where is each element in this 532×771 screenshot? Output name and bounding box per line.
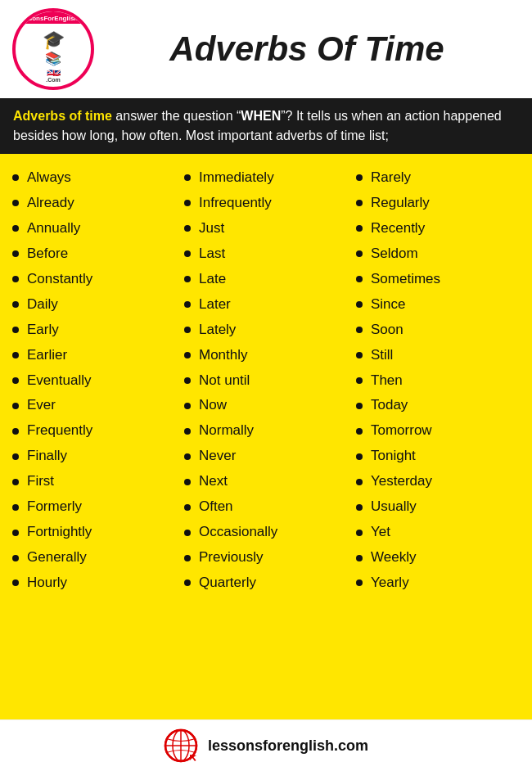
- list-item: Normally: [184, 418, 348, 444]
- list-item: Immediately: [184, 165, 348, 191]
- list-item: Formerly: [12, 494, 176, 520]
- list-item: Rarely: [356, 165, 520, 191]
- bullet-icon: [184, 428, 191, 435]
- word-text: Immediately: [199, 169, 274, 187]
- bullet-icon: [184, 530, 191, 536]
- bullet-icon: [356, 504, 363, 511]
- logo-inner: 🎓 📚 🇬🇧: [43, 29, 65, 81]
- header-section: LessonsForEnglish.Com 🎓 📚 🇬🇧 .Com Adverb…: [0, 0, 532, 98]
- bullet-icon: [356, 377, 363, 384]
- word-text: Last: [199, 245, 225, 264]
- bullet-icon: [356, 276, 363, 282]
- word-text: Soon: [371, 321, 404, 340]
- word-text: Next: [199, 472, 228, 491]
- word-text: Usually: [371, 498, 417, 516]
- word-list-container: AlwaysAlreadyAnnuallyBeforeConstantlyDai…: [0, 154, 532, 719]
- list-item: Monthly: [184, 343, 348, 368]
- list-item: Finally: [12, 444, 176, 469]
- bullet-icon: [12, 377, 19, 384]
- word-text: Often: [199, 498, 233, 516]
- list-item: Yearly: [356, 570, 520, 596]
- bullet-icon: [184, 225, 191, 232]
- list-item: Already: [12, 191, 176, 216]
- list-item: Earlier: [12, 343, 176, 368]
- list-item: Seldom: [356, 241, 520, 267]
- bullet-icon: [184, 276, 191, 282]
- bullet-icon: [12, 225, 19, 232]
- list-item: Later: [184, 292, 348, 318]
- list-item: Late: [184, 267, 348, 292]
- list-item: Tomorrow: [356, 418, 520, 444]
- word-text: Seldom: [371, 245, 418, 264]
- word-text: Tomorrow: [371, 422, 432, 440]
- word-text: Now: [199, 396, 227, 415]
- list-item: Infrequently: [184, 191, 348, 216]
- list-item: Since: [356, 292, 520, 318]
- word-text: Normally: [199, 422, 254, 440]
- list-item: Frequently: [12, 418, 176, 444]
- word-text: Quarterly: [199, 574, 256, 593]
- word-text: Still: [371, 346, 393, 365]
- word-text: Eventually: [27, 372, 91, 390]
- list-item: Soon: [356, 318, 520, 343]
- bullet-icon: [356, 225, 363, 232]
- list-item: Just: [184, 216, 348, 241]
- bullet-icon: [184, 200, 191, 206]
- word-text: Regularly: [371, 194, 430, 213]
- word-text: Frequently: [27, 422, 92, 440]
- list-item: Daily: [12, 292, 176, 318]
- word-text: Generally: [27, 548, 87, 567]
- bullet-icon: [12, 428, 19, 435]
- list-item: Before: [12, 241, 176, 267]
- bullet-icon: [12, 530, 19, 536]
- globe-icon: [164, 728, 198, 763]
- bullet-icon: [356, 428, 363, 435]
- word-text: Since: [371, 295, 406, 314]
- list-item: Ever: [12, 393, 176, 418]
- list-item: Never: [184, 444, 348, 469]
- bullet-icon: [12, 276, 19, 282]
- bullet-icon: [356, 250, 363, 257]
- bullet-icon: [12, 301, 19, 308]
- word-text: Not until: [199, 372, 250, 390]
- bullet-icon: [356, 579, 363, 586]
- description-text1: answer the question “: [112, 109, 241, 123]
- bullet-icon: [356, 200, 363, 206]
- bullet-icon: [184, 327, 191, 333]
- word-text: Previously: [199, 548, 263, 567]
- bullet-icon: [356, 327, 363, 333]
- word-text: First: [27, 472, 54, 491]
- books-icon: 📚: [45, 51, 61, 66]
- word-text: Then: [371, 372, 403, 390]
- logo: LessonsForEnglish.Com 🎓 📚 🇬🇧 .Com: [12, 8, 94, 90]
- word-text: Later: [199, 295, 231, 314]
- word-text: Always: [27, 169, 71, 187]
- svg-marker-5: [190, 755, 196, 761]
- bullet-icon: [12, 555, 19, 561]
- bullet-icon: [356, 403, 363, 409]
- bullet-icon: [184, 301, 191, 308]
- word-text: Weekly: [371, 548, 416, 567]
- word-text: Just: [199, 219, 224, 238]
- word-text: Annually: [27, 219, 80, 238]
- word-text: Lately: [199, 321, 236, 340]
- list-item: Lately: [184, 318, 348, 343]
- footer: lessonsforenglish.com: [0, 719, 532, 771]
- description-bold: WHEN: [241, 109, 281, 123]
- word-text: Constantly: [27, 270, 92, 289]
- list-item: Not until: [184, 368, 348, 394]
- word-column-3: RarelyRegularlyRecentlySeldomSometimesSi…: [352, 165, 524, 708]
- word-text: Tonight: [371, 447, 416, 466]
- hat-icon: 🎓: [43, 29, 65, 51]
- word-text: Daily: [27, 295, 58, 314]
- word-text: Formerly: [27, 498, 82, 516]
- list-item: Eventually: [12, 368, 176, 394]
- logo-top-text: LessonsForEnglish.Com: [16, 11, 91, 24]
- list-item: Constantly: [12, 267, 176, 292]
- word-text: Late: [199, 270, 226, 289]
- list-item: Then: [356, 368, 520, 394]
- logo-bottom-text: .Com: [43, 76, 64, 83]
- bullet-icon: [184, 453, 191, 460]
- bullet-icon: [12, 200, 19, 206]
- word-text: Infrequently: [199, 194, 272, 213]
